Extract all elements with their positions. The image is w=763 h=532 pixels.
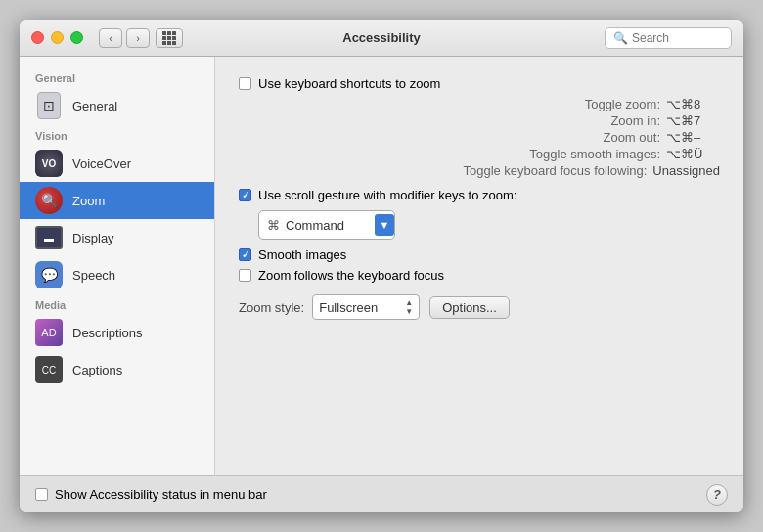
captions-label: Captions [72, 363, 122, 377]
search-icon: 🔍 [613, 31, 628, 45]
section-vision-label: Vision [20, 124, 214, 145]
captions-icon: CC [35, 356, 63, 383]
sidebar-item-captions[interactable]: CC Captions [20, 351, 214, 388]
zoom-label: Zoom [72, 194, 105, 208]
keyboard-focus-label: Zoom follows the keyboard focus [258, 268, 444, 283]
back-button[interactable]: ‹ [99, 28, 122, 48]
status-bar-label: Show Accessibility status in menu bar [55, 487, 267, 502]
close-button[interactable] [31, 31, 44, 44]
smooth-images-label: Smooth images [258, 247, 346, 262]
main-panel: Use keyboard shortcuts to zoom Toggle zo… [215, 57, 743, 475]
display-icon: ▬ [35, 224, 63, 251]
sidebar-item-voiceover[interactable]: VO VoiceOver [20, 145, 214, 182]
scroll-gesture-label: Use scroll gesture with modifier keys to… [258, 188, 516, 202]
descriptions-label: Descriptions [72, 326, 143, 340]
window: ‹ › Accessibility 🔍 General ⊡ General [20, 20, 743, 512]
general-label: General [72, 99, 117, 113]
toggle-smooth-row: Toggle smooth images: ⌥⌘Ü [239, 147, 720, 161]
traffic-lights [31, 31, 83, 44]
zoom-in-value: ⌥⌘7 [666, 113, 720, 128]
search-bar[interactable]: 🔍 [605, 27, 732, 49]
keyboard-shortcuts-row: Use keyboard shortcuts to zoom [239, 76, 720, 91]
dropdown-value: Command [286, 218, 369, 233]
descriptions-icon: AD [35, 319, 63, 346]
modifier-key-dropdown[interactable]: ⌘ Command ▼ [258, 210, 395, 240]
help-button[interactable]: ? [706, 484, 728, 506]
sidebar-item-display[interactable]: ▬ Display [20, 219, 214, 256]
zoom-icon: 🔍 [35, 187, 63, 214]
zoom-style-select[interactable]: Fullscreen ▲ ▼ [312, 294, 420, 320]
toggle-zoom-label: Toggle zoom: [585, 97, 660, 111]
zoom-style-row: Zoom style: Fullscreen ▲ ▼ Options... [239, 294, 720, 320]
keyboard-shortcuts-label: Use keyboard shortcuts to zoom [258, 76, 440, 91]
toggle-focus-value: Unassigned [652, 163, 720, 178]
zoom-out-row: Zoom out: ⌥⌘– [239, 130, 720, 145]
zoom-in-label: Zoom in: [610, 113, 660, 128]
keyboard-focus-checkbox[interactable] [239, 269, 251, 282]
bottom-bar: Show Accessibility status in menu bar ? [20, 475, 743, 512]
scroll-gesture-row: Use scroll gesture with modifier keys to… [239, 188, 720, 202]
window-title: Accessibility [342, 30, 421, 45]
zoom-style-label: Zoom style: [239, 300, 304, 315]
toggle-focus-row: Toggle keyboard focus following: Unassig… [239, 163, 720, 178]
grid-button[interactable] [156, 28, 183, 48]
toggle-zoom-value: ⌥⌘8 [666, 97, 720, 111]
search-input[interactable] [632, 31, 723, 45]
status-bar-option: Show Accessibility status in menu bar [35, 487, 267, 502]
options-button[interactable]: Options... [429, 296, 510, 319]
speech-label: Speech [72, 268, 115, 283]
sidebar-item-zoom[interactable]: 🔍 Zoom [20, 182, 214, 219]
sidebar-item-descriptions[interactable]: AD Descriptions [20, 314, 214, 351]
toggle-smooth-value: ⌥⌘Ü [666, 147, 720, 161]
grid-icon [162, 31, 176, 45]
toggle-focus-label: Toggle keyboard focus following: [463, 163, 647, 178]
forward-button[interactable]: › [126, 28, 150, 48]
section-media-label: Media [20, 293, 214, 314]
toggle-zoom-row: Toggle zoom: ⌥⌘8 [239, 97, 720, 111]
titlebar: ‹ › Accessibility 🔍 [20, 20, 743, 57]
sidebar-item-speech[interactable]: 💬 Speech [20, 256, 214, 293]
smooth-images-row: Smooth images [239, 247, 720, 262]
minimize-button[interactable] [51, 31, 64, 44]
cmd-icon: ⌘ [267, 218, 280, 233]
select-arrows-icon: ▲ ▼ [405, 298, 413, 316]
sidebar-item-general[interactable]: ⊡ General [20, 87, 214, 124]
general-icon: ⊡ [35, 92, 63, 119]
zoom-out-label: Zoom out: [603, 130, 660, 145]
smooth-images-checkbox[interactable] [239, 248, 251, 261]
toggle-smooth-label: Toggle smooth images: [529, 147, 660, 161]
dropdown-container: ⌘ Command ▼ [258, 210, 720, 240]
voiceover-icon: VO [35, 150, 63, 177]
status-bar-checkbox[interactable] [35, 488, 48, 501]
scroll-gesture-checkbox[interactable] [239, 189, 251, 201]
zoom-style-value: Fullscreen [319, 300, 401, 315]
section-general-label: General [20, 66, 214, 87]
voiceover-label: VoiceOver [72, 156, 131, 171]
keyboard-focus-row: Zoom follows the keyboard focus [239, 268, 720, 283]
sidebar: General ⊡ General Vision VO VoiceOver 🔍 … [20, 57, 215, 475]
dropdown-arrow-icon: ▼ [375, 214, 394, 236]
zoom-out-value: ⌥⌘– [666, 130, 720, 145]
content-area: General ⊡ General Vision VO VoiceOver 🔍 … [20, 57, 743, 475]
zoom-in-row: Zoom in: ⌥⌘7 [239, 113, 720, 128]
keyboard-shortcuts-checkbox[interactable] [239, 77, 251, 90]
shortcut-table: Toggle zoom: ⌥⌘8 Zoom in: ⌥⌘7 Zoom out: … [239, 97, 720, 178]
maximize-button[interactable] [70, 31, 83, 44]
speech-icon: 💬 [35, 261, 63, 288]
display-label: Display [72, 231, 114, 245]
nav-buttons: ‹ › [99, 28, 150, 48]
